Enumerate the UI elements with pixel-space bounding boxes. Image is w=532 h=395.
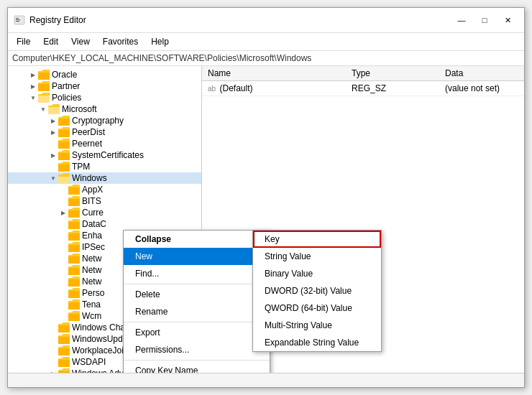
menu-favorites[interactable]: Favorites — [97, 34, 144, 49]
ctx-delete[interactable]: Delete — [124, 286, 270, 303]
menu-file[interactable]: File — [11, 34, 36, 49]
expand-winatp[interactable]: ▶ — [48, 368, 58, 373]
expand-oracle[interactable]: ▶ — [28, 70, 38, 80]
expand-policies[interactable]: ▼ — [28, 93, 38, 103]
bits-label: BITS — [82, 196, 101, 206]
submenu-qword[interactable]: QWORD (64-bit) Value — [253, 299, 381, 317]
expand-systemcerts[interactable]: ▶ — [48, 150, 58, 160]
folder-icon-winatp — [58, 368, 70, 373]
folder-icon-microsoft — [48, 104, 60, 114]
folder-icon-wsdapi — [58, 357, 70, 367]
folder-icon-netw2 — [68, 265, 80, 275]
context-menu: Collapse New ▶ Find... Delete Rename Exp… — [123, 230, 270, 373]
ctx-sep1 — [124, 284, 270, 284]
tree-node-appx[interactable]: ▶ AppX — [8, 184, 201, 195]
expand-windows[interactable]: ▼ — [48, 173, 58, 183]
title-bar: Registry Editor — □ ✕ — [8, 8, 524, 33]
menu-help[interactable]: Help — [145, 34, 175, 49]
wsdapi-label: WSDAPI — [72, 357, 106, 367]
ctx-export[interactable]: Export — [124, 324, 270, 341]
folder-icon-curre — [68, 208, 80, 218]
netw1-label: Netw — [82, 254, 101, 264]
ctx-sep2 — [124, 322, 270, 322]
folder-icon-enha — [68, 231, 80, 241]
menu-view[interactable]: View — [65, 34, 96, 49]
row-type: REG_SZ — [346, 81, 439, 96]
tree-node-cryptography[interactable]: ▶ Cryptography — [8, 115, 201, 126]
folder-icon-ipsec — [68, 242, 80, 252]
wcm-label: Wcm — [82, 311, 101, 321]
menu-edit[interactable]: Edit — [37, 34, 64, 49]
expand-peerdist[interactable]: ▶ — [48, 127, 58, 137]
tree-node-microsoft[interactable]: ▼ Microsoft — [8, 103, 201, 115]
folder-icon-oracle — [38, 70, 50, 80]
submenu-expandable[interactable]: Expandable String Value — [253, 334, 381, 351]
ctx-collapse[interactable]: Collapse — [124, 231, 270, 248]
submenu-dword[interactable]: DWORD (32-bit) Value — [253, 282, 381, 299]
folder-icon-bits — [68, 196, 80, 206]
folder-icon-windowschat — [58, 322, 70, 333]
ctx-copykeyname[interactable]: Copy Key Name — [124, 362, 270, 373]
tree-node-datac[interactable]: ▶ DataC — [8, 218, 201, 230]
submenu-multistring[interactable]: Multi-String Value — [253, 317, 381, 334]
title-controls: — □ ✕ — [451, 12, 518, 28]
folder-icon-peernet — [58, 139, 70, 149]
app-icon — [14, 14, 25, 26]
submenu-key[interactable]: Key — [253, 231, 381, 248]
tree-node-partner[interactable]: ▶ Partner — [8, 80, 201, 92]
folder-icon-workplacejoin — [58, 345, 70, 356]
expand-partner[interactable]: ▶ — [28, 81, 38, 91]
expand-cryptography[interactable]: ▶ — [48, 116, 58, 126]
tree-node-peernet[interactable]: ▶ Peernet — [8, 138, 201, 149]
folder-icon-systemcerts — [58, 150, 70, 160]
expand-curre[interactable]: ▶ — [58, 208, 68, 218]
tree-node-tpm[interactable]: ▶ TPM — [8, 161, 201, 172]
ctx-rename[interactable]: Rename — [124, 303, 270, 320]
ctx-permissions[interactable]: Permissions... — [124, 341, 270, 358]
windowschat-label: Windows Chat — [72, 322, 127, 333]
title-bar-left: Registry Editor — [14, 14, 86, 26]
submenu-binary[interactable]: Binary Value — [253, 265, 381, 282]
ipsec-label: IPSec — [82, 242, 105, 252]
workplacejoin-label: WorkplaceJoin — [72, 345, 128, 356]
partner-label: Partner — [52, 81, 80, 91]
status-bar — [8, 373, 524, 387]
svg-rect-2 — [16, 19, 20, 20]
folder-icon-appx — [68, 185, 80, 195]
tena-label: Tena — [82, 299, 101, 310]
col-type: Type — [346, 66, 439, 81]
tree-node-peerdist[interactable]: ▶ PeerDist — [8, 126, 201, 138]
ctx-find[interactable]: Find... — [124, 265, 270, 282]
tree-node-bits[interactable]: ▶ BITS — [8, 195, 201, 207]
folder-icon-windowsupdate — [58, 334, 70, 344]
submenu: Key String Value Binary Value DWORD (32-… — [252, 230, 382, 352]
expand-microsoft[interactable]: ▼ — [38, 104, 48, 114]
tree-node-oracle[interactable]: ▶ Oracle — [8, 69, 201, 80]
folder-icon-peerdist — [58, 127, 70, 137]
windows-label: Windo — [72, 173, 96, 183]
maximize-button[interactable]: □ — [474, 12, 495, 28]
folder-icon-policies — [38, 93, 50, 103]
tree-node-systemcerts[interactable]: ▶ SystemCertificates — [8, 149, 201, 161]
registry-editor-window: Registry Editor — □ ✕ File Edit View Fav… — [7, 7, 525, 388]
peernet-label: Peernet — [72, 139, 102, 149]
folder-icon-wcm — [68, 311, 80, 321]
folder-icon-tpm — [58, 162, 70, 172]
folder-icon-datac — [68, 219, 80, 229]
tree-node-policies[interactable]: ▼ Policies — [8, 92, 201, 103]
window-title: Registry Editor — [29, 15, 86, 25]
submenu-string[interactable]: String Value — [253, 248, 381, 265]
tree-node-curre[interactable]: ▶ Curre — [8, 207, 201, 218]
table-row[interactable]: ab (Default) REG_SZ (value not set) — [202, 81, 524, 96]
col-name: Name — [202, 66, 346, 81]
ctx-new[interactable]: New ▶ — [124, 248, 270, 265]
minimize-button[interactable]: — — [451, 12, 472, 28]
col-data: Data — [439, 66, 524, 81]
menu-bar: File Edit View Favorites Help — [8, 33, 524, 51]
data-table: Name Type Data ab (Default) REG_SZ (valu… — [202, 66, 524, 96]
enha-label: Enha — [82, 231, 102, 241]
appx-label: AppX — [82, 185, 103, 195]
tree-node-windows[interactable]: ▼ Windows — [8, 172, 201, 184]
row-name-text: (Default) — [219, 83, 252, 93]
close-button[interactable]: ✕ — [497, 12, 518, 28]
